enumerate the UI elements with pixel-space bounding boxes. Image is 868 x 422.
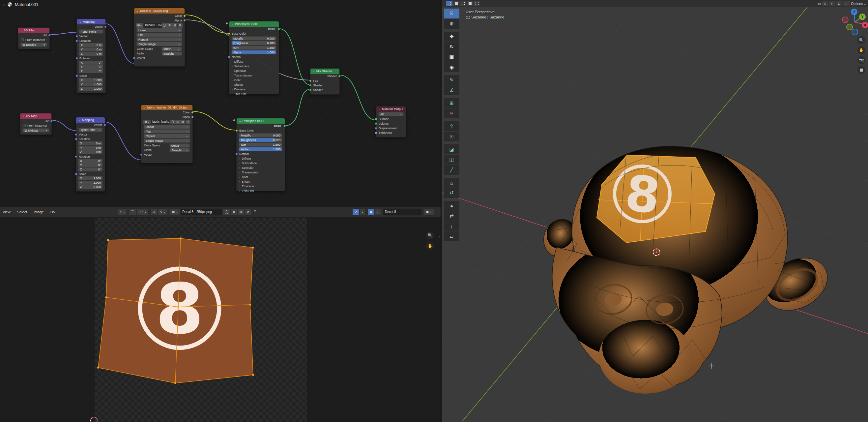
socket-base-color-in[interactable] xyxy=(228,32,230,35)
tool-bevel[interactable]: ◪ xyxy=(444,144,459,154)
snap-target-button[interactable]: ⊦⊶ ⌄ xyxy=(136,208,149,216)
select-mode-extend[interactable] xyxy=(453,1,459,6)
scale-field[interactable]: Y1.000 xyxy=(79,83,103,86)
tool-select-box[interactable]: ⍓ xyxy=(444,8,459,19)
overlays-toggle-icon[interactable]: ◉ xyxy=(367,208,374,216)
camera-view-icon[interactable]: 📷 xyxy=(858,56,865,64)
gizmos-dropdown[interactable]: ⌄ xyxy=(360,208,366,216)
location-field[interactable]: Y0 m xyxy=(79,146,102,150)
socket-bsdf-out[interactable] xyxy=(283,125,286,127)
rotation-field[interactable]: X0° xyxy=(79,61,103,65)
pivot-point-button[interactable]: ⌖ ⌄ xyxy=(118,208,127,216)
socket-base-color-in[interactable] xyxy=(235,129,238,132)
from-instancer-checkbox[interactable] xyxy=(21,38,24,41)
copy-icon[interactable]: ⧉ xyxy=(167,23,172,28)
fake-user-shield-icon[interactable]: ◯ xyxy=(223,208,230,216)
zoom-in-icon[interactable]: 🔍 xyxy=(426,232,434,239)
gizmos-toggle-icon[interactable]: ↗ xyxy=(352,208,359,216)
bsdf-section[interactable]: ›Transmission xyxy=(237,170,285,175)
node-mapping-1[interactable]: ⌄Mapping Vector Type: Point⌄ Vector Loca… xyxy=(76,19,106,93)
rotation-field[interactable]: Z0° xyxy=(79,69,103,73)
bsdf-section[interactable]: ›Diffuse xyxy=(237,156,285,161)
socket-rotation-in[interactable] xyxy=(75,155,78,158)
menu-view[interactable]: View xyxy=(0,210,14,214)
bsdf-section[interactable]: ›Thin Film xyxy=(237,188,285,193)
bsdf-section[interactable]: ›Diffuse xyxy=(229,59,279,64)
unlink-icon[interactable]: ✕ xyxy=(178,23,183,28)
location-field[interactable]: X0 m xyxy=(79,43,103,47)
socket-shader-out[interactable] xyxy=(338,75,341,78)
open-folder-icon[interactable]: ▨ xyxy=(172,23,177,28)
tool-loop-cut[interactable]: ◫ xyxy=(444,155,459,164)
tool-scale[interactable]: ▣ xyxy=(444,52,459,62)
mirror-x-button[interactable]: X xyxy=(822,1,828,6)
mapping-type-select[interactable]: Type: Point⌄ xyxy=(79,128,102,132)
alpha-mode-select[interactable]: Straight⌄ xyxy=(161,52,182,56)
interpolation-select[interactable]: Linear⌄ xyxy=(136,28,182,32)
uvmap-select[interactable]: ▤ UVMap× xyxy=(23,128,49,132)
tool-cursor[interactable]: ⊕ xyxy=(444,19,459,29)
rotation-field[interactable]: Z0° xyxy=(79,168,102,172)
bsdf-section[interactable]: ›Sheen xyxy=(229,83,279,87)
copy-image-icon[interactable]: ⧉ xyxy=(231,208,237,216)
tool-edge-slide[interactable]: ⇄ xyxy=(444,211,459,221)
pan-hand-icon[interactable]: ✋ xyxy=(426,242,434,250)
image-icon[interactable]: ▦⌄ xyxy=(143,120,151,124)
unlink-icon[interactable]: ✕ xyxy=(186,120,190,124)
tool-shear[interactable]: ▱ xyxy=(444,232,459,241)
socket-normal-in[interactable] xyxy=(228,56,230,58)
output-target-select[interactable]: All⌄ xyxy=(378,112,404,116)
rotation-field[interactable]: Y0° xyxy=(79,163,102,167)
tool-transform[interactable]: ◉ xyxy=(444,62,459,72)
projection-select[interactable]: Flat⌄ xyxy=(144,129,190,133)
uvmap-select[interactable]: ▤ Decal 8× xyxy=(21,42,47,47)
alpha-mode-select[interactable]: Straight⌄ xyxy=(169,148,190,152)
socket-shader1-in[interactable] xyxy=(309,84,312,87)
roughness-slider[interactable]: Roughness0.205 xyxy=(231,41,277,45)
tool-poly-build[interactable]: ⌂ xyxy=(444,178,459,188)
socket-vector-out[interactable] xyxy=(103,124,106,126)
falloff-curve-button[interactable]: ∿ ⌄ xyxy=(158,208,168,216)
tool-rotate[interactable]: ↻ xyxy=(444,42,459,52)
image-name-field[interactable]: Decal 8 - 256px.png xyxy=(180,208,222,216)
tool-smooth[interactable]: ● xyxy=(444,201,459,211)
alpha-slider[interactable]: Alpha1.000 xyxy=(239,147,282,151)
menu-image[interactable]: Image xyxy=(30,210,47,214)
socket-color-out[interactable] xyxy=(183,14,186,17)
fake-user-shield-icon[interactable]: ◯ xyxy=(170,120,175,124)
socket-bsdf-out[interactable] xyxy=(277,28,280,30)
zoom-in-icon[interactable]: 🔍 xyxy=(858,36,865,44)
socket-volume-in[interactable] xyxy=(375,122,377,125)
color-space-select[interactable]: sRGB⌄ xyxy=(161,47,182,51)
socket-uv-out[interactable] xyxy=(50,120,53,122)
bsdf-section[interactable]: ›Coat xyxy=(229,78,279,83)
socket-vector-in[interactable] xyxy=(140,153,143,156)
location-field[interactable]: Z0 m xyxy=(79,150,102,154)
node-principled-bsdf-2[interactable]: ⌄Principled BSDF BSDF Base Color Metalli… xyxy=(236,118,285,191)
socket-thickness-in[interactable] xyxy=(375,131,377,134)
open-folder-icon[interactable]: ▨ xyxy=(180,120,185,124)
tool-annotate[interactable]: ✎ xyxy=(444,75,459,85)
tool-knife[interactable]: ╱ xyxy=(444,165,459,175)
options-dropdown[interactable]: Options ⌄ xyxy=(851,2,866,6)
socket-vector-in[interactable] xyxy=(75,35,78,38)
scale-field[interactable]: X2.000 xyxy=(79,176,102,180)
image-browse-icon[interactable]: ▦ ⌄ xyxy=(170,208,180,216)
socket-surface-in[interactable] xyxy=(375,118,377,120)
ior-slider[interactable]: IOR1.500 xyxy=(239,143,282,147)
image-name-field[interactable]: Decal 8 - 256px... xyxy=(144,23,161,28)
location-field[interactable]: X0 m xyxy=(79,142,102,145)
socket-vector-out[interactable] xyxy=(104,25,107,28)
rotation-field[interactable]: X0° xyxy=(79,159,102,163)
socket-scale-in[interactable] xyxy=(75,74,78,77)
socket-uv-out[interactable] xyxy=(48,34,51,37)
node-mapping-2[interactable]: ⌄Mapping Vector Type: Point⌄ Vector Loca… xyxy=(76,117,105,191)
scale-field[interactable]: Z1.000 xyxy=(79,87,103,91)
socket-alpha-out[interactable] xyxy=(191,116,194,118)
from-instancer-checkbox[interactable] xyxy=(23,124,26,127)
bsdf-section[interactable]: ›Thin Film xyxy=(229,92,279,96)
bsdf-section[interactable]: ›Transmission xyxy=(229,73,279,78)
mirror-y-button[interactable]: Y xyxy=(829,1,835,6)
node-principled-bsdf-1[interactable]: ⌄Principled BSDF BSDF Base Color Metalli… xyxy=(229,21,279,94)
tool-shrink-fatten[interactable]: ↕ xyxy=(444,221,459,231)
